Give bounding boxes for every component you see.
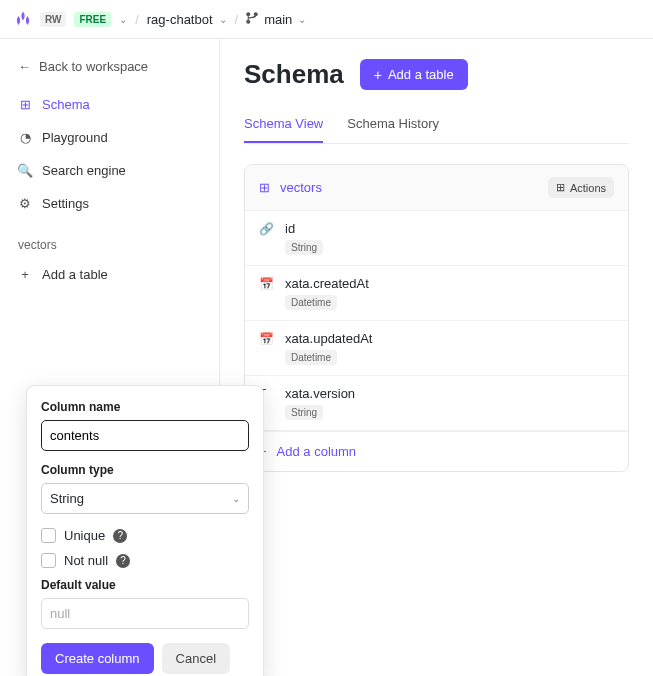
button-label: Actions (570, 182, 606, 194)
main-content: Schema + Add a table Schema View Schema … (220, 39, 653, 675)
page-header: Schema + Add a table (244, 59, 629, 90)
plus-icon: + (374, 68, 382, 82)
plus-icon: + (18, 267, 32, 282)
tables-section-label[interactable]: vectors (0, 220, 219, 258)
chevron-down-icon: ⌄ (219, 14, 227, 25)
table-icon: ⊞ (259, 180, 270, 195)
column-type-label: Column type (41, 463, 249, 477)
select-value: String (50, 491, 84, 506)
checkbox-label: Unique (64, 528, 105, 543)
rw-badge: RW (40, 12, 66, 27)
checkbox[interactable] (41, 528, 56, 543)
type-chip: Datetime (285, 295, 337, 310)
link-icon: 🔗 (259, 222, 273, 236)
help-icon[interactable]: ? (116, 554, 130, 568)
chevron-down-icon: ⌄ (298, 14, 306, 25)
branch-crumb[interactable]: main ⌄ (246, 12, 306, 27)
arrow-left-icon: ← (18, 59, 31, 74)
actions-button[interactable]: ⊞ Actions (548, 177, 614, 198)
column-name: xata.version (285, 386, 355, 401)
add-table-button[interactable]: + Add a table (360, 59, 468, 90)
add-column-label: Add a column (277, 444, 357, 459)
default-value-input[interactable] (41, 598, 249, 629)
logo-icon (14, 10, 32, 28)
column-name-label: Column name (41, 400, 249, 414)
topbar: RW FREE ⌄ / rag-chatbot ⌄ / main ⌄ (0, 0, 653, 39)
column-name: id (285, 221, 323, 236)
calendar-icon: 📅 (259, 332, 273, 346)
sidebar-item-label: Settings (42, 196, 89, 211)
sidebar-item-label: Schema (42, 97, 90, 112)
sidebar-item-settings[interactable]: ⚙ Settings (0, 187, 219, 220)
type-chip: String (285, 405, 323, 420)
back-to-workspace[interactable]: ← Back to workspace (0, 53, 219, 88)
checkbox-label: Not null (64, 553, 108, 568)
cancel-button[interactable]: Cancel (162, 643, 230, 674)
column-type-select[interactable]: String ⌄ (41, 483, 249, 514)
search-engine-icon: 🔍 (18, 163, 32, 178)
column-name: xata.updatedAt (285, 331, 372, 346)
sidebar-item-label: Playground (42, 130, 108, 145)
project-name: rag-chatbot (147, 12, 213, 27)
chevron-down-icon[interactable]: ⌄ (119, 14, 127, 25)
unique-checkbox-row[interactable]: Unique ? (41, 528, 249, 543)
type-chip: String (285, 240, 323, 255)
column-row[interactable]: T xata.version String (245, 376, 628, 431)
branch-icon (246, 12, 258, 27)
sidebar-item-label: Search engine (42, 163, 126, 178)
column-row[interactable]: 📅 xata.updatedAt Datetime (245, 321, 628, 376)
table-name[interactable]: vectors (280, 180, 322, 195)
create-column-button[interactable]: Create column (41, 643, 154, 674)
tab-schema-history[interactable]: Schema History (347, 106, 439, 143)
playground-icon: ◔ (18, 130, 32, 145)
schema-icon: ⊞ (18, 97, 32, 112)
breadcrumb-sep: / (135, 12, 139, 27)
project-crumb[interactable]: rag-chatbot ⌄ (147, 12, 227, 27)
default-value-label: Default value (41, 578, 249, 592)
add-column-popover: Column name Column type String ⌄ Unique … (26, 385, 264, 676)
button-label: Add a table (388, 67, 454, 82)
type-chip: Datetime (285, 350, 337, 365)
sidebar-add-table[interactable]: + Add a table (0, 258, 219, 291)
tabs: Schema View Schema History (244, 106, 629, 144)
sidebar-item-playground[interactable]: ◔ Playground (0, 121, 219, 154)
calendar-icon: 📅 (259, 277, 273, 291)
free-badge: FREE (74, 12, 111, 27)
table-card-header: ⊞ vectors ⊞ Actions (245, 165, 628, 211)
column-row[interactable]: 📅 xata.createdAt Datetime (245, 266, 628, 321)
breadcrumb-sep: / (235, 12, 239, 27)
page-title: Schema (244, 59, 344, 90)
table-card: ⊞ vectors ⊞ Actions 🔗 id String 📅 xata.c (244, 164, 629, 472)
column-name: xata.createdAt (285, 276, 369, 291)
gear-icon: ⚙ (18, 196, 32, 211)
sidebar-item-label: Add a table (42, 267, 108, 282)
grid-icon: ⊞ (556, 181, 565, 194)
help-icon[interactable]: ? (113, 529, 127, 543)
sidebar-item-schema[interactable]: ⊞ Schema (0, 88, 219, 121)
sidebar-item-search[interactable]: 🔍 Search engine (0, 154, 219, 187)
chevron-down-icon: ⌄ (232, 493, 240, 504)
column-name-input[interactable] (41, 420, 249, 451)
add-column-button[interactable]: + Add a column (245, 431, 628, 471)
back-label: Back to workspace (39, 59, 148, 74)
branch-name: main (264, 12, 292, 27)
checkbox[interactable] (41, 553, 56, 568)
tab-schema-view[interactable]: Schema View (244, 106, 323, 143)
notnull-checkbox-row[interactable]: Not null ? (41, 553, 249, 568)
column-row[interactable]: 🔗 id String (245, 211, 628, 266)
